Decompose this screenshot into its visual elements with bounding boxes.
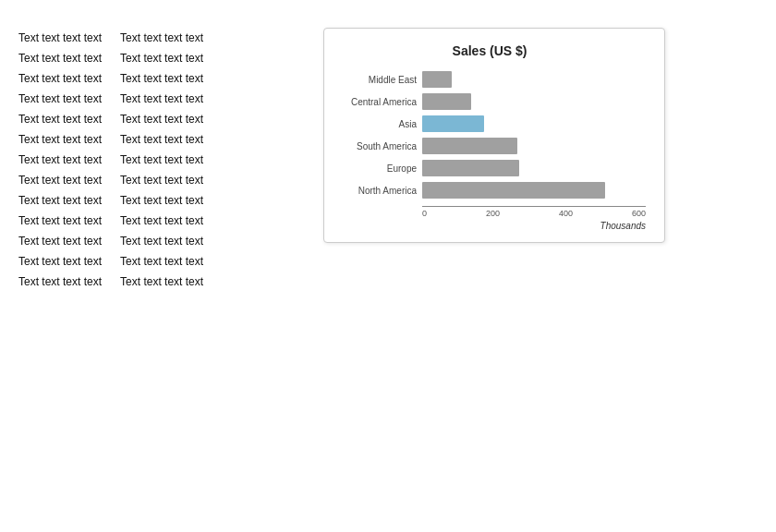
- text-line-left-4: Text text text text: [18, 109, 102, 129]
- bar-track-2: [422, 115, 646, 132]
- bar-row-3: South America: [333, 138, 646, 154]
- bar-label-1: Central America: [333, 97, 417, 107]
- text-line-right-7: Text text text text: [120, 170, 203, 190]
- x-tick-3: 600: [632, 209, 646, 218]
- text-columns: Text text text textText text text textTe…: [18, 28, 203, 292]
- x-tick-1: 200: [486, 209, 500, 218]
- text-line-right-9: Text text text text: [120, 211, 203, 231]
- text-line-left-7: Text text text text: [18, 170, 102, 190]
- x-ticks: 0200400600: [422, 206, 646, 218]
- bar-track-3: [422, 138, 646, 154]
- text-line-left-6: Text text text text: [18, 150, 102, 170]
- text-line-right-0: Text text text text: [120, 28, 203, 48]
- text-column-right: Text text text textText text text textTe…: [120, 28, 203, 292]
- text-line-right-11: Text text text text: [120, 251, 203, 272]
- chart-body: Middle EastCentral AmericaAsiaSouth Amer…: [333, 71, 646, 199]
- text-line-right-4: Text text text text: [120, 109, 203, 129]
- bar-track-1: [422, 93, 646, 110]
- text-line-right-12: Text text text text: [120, 272, 203, 292]
- text-line-right-2: Text text text text: [120, 68, 203, 89]
- text-line-left-3: Text text text text: [18, 89, 102, 109]
- bar-fill-3: [422, 138, 517, 154]
- bar-row-4: Europe: [333, 160, 646, 176]
- text-line-right-5: Text text text text: [120, 129, 203, 150]
- bar-label-0: Middle East: [333, 75, 417, 85]
- x-axis: 0200400600 Thousands: [422, 206, 646, 231]
- text-line-right-3: Text text text text: [120, 89, 203, 109]
- bar-fill-5: [422, 182, 605, 199]
- bar-row-5: North America: [333, 182, 646, 199]
- text-line-left-1: Text text text text: [18, 48, 102, 68]
- bar-row-0: Middle East: [333, 71, 646, 88]
- bar-fill-1: [422, 93, 471, 110]
- text-line-right-10: Text text text text: [120, 231, 203, 251]
- chart-container: Sales (US $) Middle EastCentral AmericaA…: [212, 28, 758, 292]
- text-line-left-10: Text text text text: [18, 231, 102, 251]
- text-line-right-1: Text text text text: [120, 48, 203, 68]
- text-line-right-8: Text text text text: [120, 190, 203, 211]
- chart-title: Sales (US $): [333, 43, 646, 58]
- text-line-left-12: Text text text text: [18, 272, 102, 292]
- bar-label-4: Europe: [333, 163, 417, 174]
- bar-track-5: [422, 182, 646, 199]
- text-column-left: Text text text textText text text textTe…: [18, 28, 102, 292]
- text-line-left-0: Text text text text: [18, 28, 102, 48]
- bar-label-2: Asia: [333, 119, 417, 129]
- chart-box: Sales (US $) Middle EastCentral AmericaA…: [323, 28, 665, 243]
- bar-label-3: South America: [333, 141, 417, 151]
- x-tick-2: 400: [559, 209, 573, 218]
- x-tick-0: 0: [422, 209, 427, 218]
- text-line-left-8: Text text text text: [18, 190, 102, 211]
- bar-track-0: [422, 71, 646, 88]
- bar-label-5: North America: [333, 186, 417, 196]
- page: Text text text textText text text textTe…: [0, 0, 776, 320]
- bar-fill-0: [422, 71, 452, 88]
- text-line-left-9: Text text text text: [18, 211, 102, 231]
- bar-row-1: Central America: [333, 93, 646, 110]
- text-line-right-6: Text text text text: [120, 150, 203, 170]
- text-line-left-5: Text text text text: [18, 129, 102, 150]
- bar-track-4: [422, 160, 646, 176]
- bar-fill-2: [422, 115, 484, 132]
- bar-fill-4: [422, 160, 519, 176]
- x-axis-label: Thousands: [422, 221, 646, 231]
- text-line-left-2: Text text text text: [18, 68, 102, 89]
- bar-row-2: Asia: [333, 115, 646, 132]
- text-line-left-11: Text text text text: [18, 251, 102, 272]
